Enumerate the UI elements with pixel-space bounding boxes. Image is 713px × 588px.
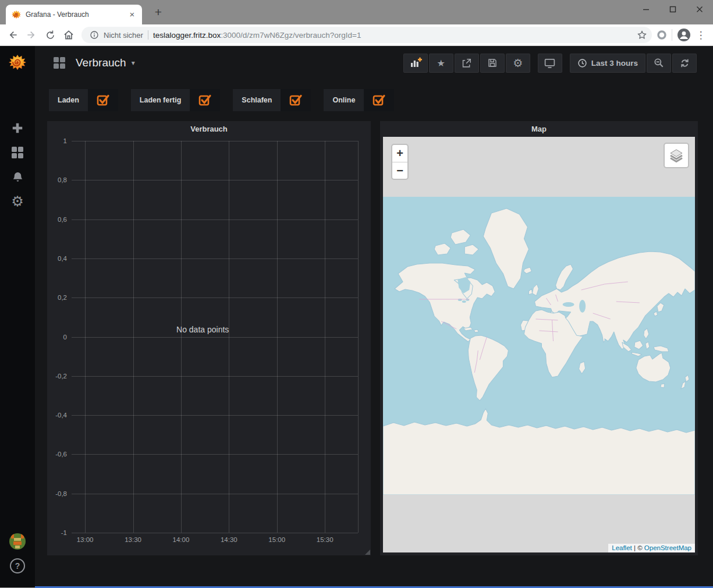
- user-avatar: [9, 533, 26, 550]
- variable-schlafen: Schlafen: [233, 89, 311, 111]
- dashboard-settings-button[interactable]: ⚙: [506, 54, 530, 73]
- url-bar[interactable]: Nicht sicher teslalogger.fritz.box:3000/…: [81, 27, 652, 43]
- url-host: teslalogger.fritz.box: [153, 31, 221, 40]
- checked-checkbox-icon: [289, 93, 303, 107]
- leaflet-map[interactable]: + − Leaflet | © OpenStreetMap: [383, 137, 695, 552]
- panel-resize-handle[interactable]: [365, 550, 370, 555]
- no-data-message: No data points: [176, 325, 229, 334]
- map-layers-control[interactable]: [664, 143, 689, 168]
- checked-checkbox-icon: [198, 93, 212, 107]
- chart-container: 10,80,60,40,20-0,2-0,4-0,6-0,8-113:0013:…: [52, 137, 366, 551]
- plus-icon: [11, 122, 24, 134]
- dashboard-header: Verbrauch ▾ ★: [35, 46, 713, 80]
- panel-map: Map: [380, 121, 698, 555]
- variable-label: Schlafen: [233, 89, 281, 111]
- grafana-main: Verbrauch ▾ ★: [35, 46, 713, 587]
- dashboards-icon: [10, 146, 24, 160]
- tab-title: Grafana - Verbrauch: [26, 10, 122, 19]
- refresh-button[interactable]: [672, 54, 697, 73]
- back-button[interactable]: [5, 27, 21, 43]
- variable-label: Laden: [49, 89, 88, 111]
- sidebar-profile-button[interactable]: [5, 529, 30, 554]
- toolbar-divider: [672, 29, 672, 41]
- settings-gear-icon: ⚙: [513, 58, 523, 69]
- mark-favorite-button[interactable]: ★: [429, 54, 453, 73]
- help-icon: ?: [10, 558, 25, 573]
- sidebar-configuration-button[interactable]: ⚙: [5, 189, 30, 214]
- dashboard-squares-icon[interactable]: [54, 57, 65, 69]
- sidebar-alerting-button[interactable]: [5, 165, 30, 189]
- panel-verbrauch: Verbrauch 10,80,60,40,20-0,2-0,4-0,6-0,8…: [47, 121, 371, 555]
- variable-checkbox[interactable]: [281, 89, 311, 111]
- save-dashboard-button[interactable]: [480, 54, 505, 73]
- map-attribution: Leaflet | © OpenStreetMap: [608, 544, 695, 552]
- forward-button[interactable]: [23, 27, 40, 43]
- save-icon: [487, 58, 498, 68]
- chevron-down-icon[interactable]: ▾: [132, 59, 135, 67]
- checked-checkbox-icon: [96, 93, 110, 107]
- zoom-out-time-button[interactable]: [647, 54, 671, 73]
- profile-avatar-icon[interactable]: [677, 28, 691, 42]
- variable-checkbox[interactable]: [190, 89, 220, 111]
- share-dashboard-button[interactable]: [455, 54, 479, 73]
- bookmark-star-icon[interactable]: [634, 27, 650, 42]
- world-map-svg: [383, 197, 695, 495]
- star-icon: ★: [437, 58, 445, 69]
- variable-laden-fertig: Laden fertig: [131, 89, 221, 111]
- security-label: Nicht sicher: [104, 31, 143, 40]
- cycle-view-mode-button[interactable]: [538, 54, 562, 73]
- url-divider: [148, 30, 148, 40]
- home-button[interactable]: [61, 27, 77, 43]
- extension-icon[interactable]: [657, 30, 667, 40]
- gear-icon: ⚙: [11, 194, 24, 208]
- share-icon: [461, 58, 472, 69]
- grafana-sidebar: ⚙ ?: [0, 46, 35, 587]
- refresh-icon: [679, 58, 690, 69]
- variable-label: Online: [324, 89, 364, 111]
- browser-menu-icon[interactable]: ⋮: [693, 29, 708, 41]
- url-text: teslalogger.fritz.box:3000/d/zm7wN6Zgz/v…: [153, 31, 630, 40]
- sidebar-help-button[interactable]: ?: [5, 554, 30, 578]
- window-minimize-button[interactable]: [633, 0, 659, 19]
- layers-icon: [668, 147, 684, 164]
- dashboard-submenu: Laden Laden fertig Schla: [35, 80, 713, 111]
- variable-checkbox[interactable]: [364, 89, 394, 111]
- leaflet-link[interactable]: Leaflet: [612, 544, 632, 551]
- new-tab-button[interactable]: +: [150, 5, 166, 21]
- grafana-favicon-icon: [12, 10, 21, 19]
- reload-button[interactable]: [42, 27, 58, 43]
- variable-online: Online: [324, 89, 394, 111]
- browser-toolbar: Nicht sicher teslalogger.fritz.box:3000/…: [0, 24, 713, 46]
- panel-title[interactable]: Map: [380, 121, 698, 137]
- browser-tab[interactable]: Grafana - Verbrauch ×: [6, 5, 142, 24]
- clock-icon: [577, 58, 587, 68]
- map-zoom-out-button[interactable]: −: [392, 162, 407, 179]
- time-range-label: Last 3 hours: [591, 59, 638, 68]
- variable-checkbox[interactable]: [88, 89, 118, 111]
- sidebar-create-button[interactable]: [5, 116, 30, 140]
- panel-title[interactable]: Verbrauch: [47, 121, 371, 137]
- sidebar-dashboards-button[interactable]: [5, 140, 30, 165]
- time-range-picker[interactable]: Last 3 hours: [570, 54, 645, 73]
- window-maximize-button[interactable]: [659, 0, 686, 19]
- dashboard-title[interactable]: Verbrauch: [76, 56, 126, 69]
- bell-icon: [11, 171, 24, 184]
- chart-plot-area[interactable]: 10,80,60,40,20-0,2-0,4-0,6-0,8-113:0013:…: [72, 141, 358, 533]
- map-zoom-control: + −: [391, 144, 409, 180]
- monitor-icon: [544, 57, 556, 69]
- info-icon[interactable]: [90, 30, 99, 40]
- window-close-button[interactable]: [686, 0, 713, 19]
- map-tiles[interactable]: [383, 197, 695, 495]
- add-panel-button[interactable]: [403, 54, 428, 73]
- dashboard-grid: Verbrauch 10,80,60,40,20-0,2-0,4-0,6-0,8…: [35, 111, 713, 555]
- zoom-out-icon: [653, 57, 665, 69]
- map-zoom-in-button[interactable]: +: [392, 145, 407, 162]
- openstreetmap-link[interactable]: OpenStreetMap: [644, 544, 691, 551]
- variable-label: Laden fertig: [131, 89, 190, 111]
- variable-laden: Laden: [49, 89, 118, 111]
- browser-titlebar: Grafana - Verbrauch × +: [0, 0, 713, 24]
- checked-checkbox-icon: [372, 93, 386, 107]
- attribution-separator: | ©: [632, 544, 644, 551]
- tab-close-icon[interactable]: ×: [127, 9, 137, 20]
- grafana-logo-icon[interactable]: [0, 46, 35, 79]
